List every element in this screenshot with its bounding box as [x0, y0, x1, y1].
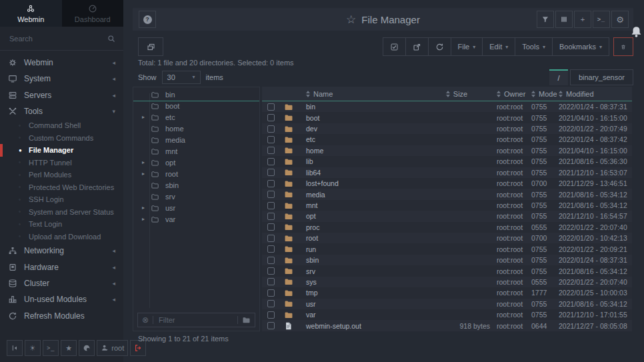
file-row[interactable]: sbin root:root 0755 2022/01/24 - 08:37:3… [262, 255, 632, 265]
sort-icon[interactable] [497, 91, 501, 97]
folder-filter-icon[interactable] [242, 316, 251, 324]
column-header-mode[interactable]: Mode [531, 90, 559, 98]
sidebar-item[interactable]: Webmin ◂ [0, 55, 123, 71]
file-row[interactable]: dev root:root 0755 2022/01/22 - 20:07:49 [262, 123, 632, 134]
menu-bookmarks[interactable]: Bookmarks▾ [552, 37, 609, 56]
file-row[interactable]: home root:root 0755 2021/04/10 - 16:15:0… [262, 145, 632, 156]
file-name[interactable]: etc [306, 135, 423, 143]
sidebar-item[interactable]: Command Shell [0, 119, 123, 132]
sidebar-item[interactable]: Tools ▾ [0, 103, 123, 119]
expand-arrow-icon[interactable]: ▸ [142, 114, 151, 120]
breadcrumb-root[interactable]: / [549, 69, 568, 85]
tree-item[interactable]: ▸ var [133, 213, 259, 225]
file-name[interactable]: opt [306, 212, 423, 220]
file-row[interactable]: opt root:root 0755 2021/12/10 - 16:54:57 [262, 211, 632, 221]
menu-tools[interactable]: Tools▾ [515, 37, 553, 56]
refresh-button[interactable] [428, 37, 451, 56]
column-header-name[interactable]: Name [306, 90, 423, 98]
filter-button[interactable] [537, 11, 554, 28]
sidebar-item[interactable]: Cluster ◂ [0, 275, 123, 291]
file-row[interactable]: sys root:root 0555 2022/01/22 - 20:07:40 [262, 277, 632, 287]
column-header-modified[interactable]: Modified [559, 90, 632, 98]
file-row[interactable]: webmin-setup.out 918 bytes root:root 064… [262, 320, 632, 331]
sidebar-item[interactable]: HTTP Tunnel [0, 157, 123, 169]
row-checkbox[interactable] [267, 213, 275, 220]
file-row[interactable]: lost+found root:root 0700 2021/12/29 - 1… [262, 178, 632, 189]
file-name[interactable]: srv [306, 267, 423, 275]
row-checkbox[interactable] [267, 245, 275, 253]
file-name[interactable]: bin [306, 103, 423, 111]
terminal-button[interactable]: >_ [593, 11, 610, 28]
row-checkbox[interactable] [267, 125, 275, 133]
breadcrumb-path[interactable]: binary_sensor [570, 69, 633, 85]
sidebar-item[interactable]: File Manager [0, 144, 123, 157]
favorites-button[interactable]: ★ [61, 340, 77, 356]
file-row[interactable]: lib64 root:root 0755 2021/12/10 - 16:53:… [262, 167, 632, 178]
sidebar-item[interactable]: Refresh Modules [0, 307, 123, 323]
notifications-bell-icon[interactable] [630, 25, 643, 39]
sidebar-item[interactable]: Hardware ◂ [0, 259, 123, 275]
row-checkbox[interactable] [267, 169, 275, 176]
sidebar-item[interactable]: Protected Web Directories [0, 181, 123, 194]
file-row[interactable]: root root:root 0700 2022/01/20 - 10:42:1… [262, 233, 632, 243]
file-row[interactable]: usr root:root 0755 2021/08/16 - 05:34:12 [262, 299, 632, 309]
sort-icon[interactable] [306, 91, 310, 97]
tree-filter-input[interactable] [157, 315, 233, 325]
tree-item[interactable]: ▸ sbin [133, 179, 259, 191]
file-row[interactable]: lib root:root 0755 2021/08/16 - 05:36:30 [262, 156, 632, 167]
select-all-button[interactable] [383, 37, 406, 56]
file-row[interactable]: var root:root 0755 2021/12/10 - 17:01:55 [262, 309, 632, 320]
menu-edit[interactable]: Edit▾ [482, 37, 515, 56]
file-row[interactable]: mnt root:root 0755 2021/08/16 - 05:34:12 [262, 200, 632, 211]
tree-item[interactable]: ▸ root [133, 168, 259, 179]
row-checkbox[interactable] [267, 300, 275, 307]
file-row[interactable]: media root:root 0755 2021/08/16 - 05:34:… [262, 189, 632, 199]
tree-item[interactable]: ▸ srv [133, 191, 259, 202]
palette-button[interactable] [79, 340, 95, 356]
tab-dashboard[interactable]: Dashboard [62, 0, 124, 27]
row-checkbox[interactable] [267, 147, 275, 154]
file-row[interactable]: srv root:root 0755 2021/08/16 - 05:34:12 [262, 265, 632, 276]
file-name[interactable]: home [306, 147, 423, 155]
tree-item[interactable]: ▸ usr [133, 202, 259, 213]
row-checkbox[interactable] [267, 136, 275, 143]
menu-file[interactable]: File▾ [451, 37, 483, 56]
row-checkbox[interactable] [267, 235, 275, 242]
theme-button[interactable]: ☀ [25, 340, 41, 356]
sidebar-item[interactable]: Networking ◂ [0, 243, 123, 259]
column-header-size[interactable]: Size [423, 90, 497, 98]
export-button[interactable] [405, 37, 429, 56]
sidebar-item[interactable]: Perl Modules [0, 169, 123, 181]
sidebar-item[interactable]: Servers ◂ [0, 87, 123, 103]
file-name[interactable]: lib64 [306, 169, 423, 177]
file-name[interactable]: dev [306, 125, 423, 133]
sort-icon[interactable] [559, 91, 563, 97]
sort-icon[interactable] [531, 91, 535, 97]
delete-button[interactable] [613, 37, 633, 56]
file-name[interactable]: sbin [306, 256, 423, 264]
row-checkbox[interactable] [267, 278, 275, 285]
file-row[interactable]: run root:root 0755 2022/01/22 - 20:09:21 [262, 243, 632, 254]
row-checkbox[interactable] [267, 322, 275, 329]
sort-icon[interactable] [446, 91, 450, 97]
row-checkbox[interactable] [267, 267, 275, 275]
row-checkbox[interactable] [267, 223, 275, 231]
help-button[interactable]: ? [139, 11, 156, 28]
row-checkbox[interactable] [267, 191, 275, 198]
expand-arrow-icon[interactable]: ▸ [142, 171, 151, 177]
file-row[interactable]: tmp root:root 1777 2022/01/25 - 10:00:03 [262, 287, 632, 298]
file-name[interactable]: run [306, 245, 423, 253]
tree-item[interactable]: ▸ media [133, 134, 259, 145]
sidebar-item[interactable]: System and Server Status [0, 206, 123, 219]
row-checkbox[interactable] [267, 103, 275, 111]
sidebar-item[interactable]: Custom Commands [0, 132, 123, 145]
per-page-select[interactable]: 30 ▾ [162, 71, 201, 84]
shell-button[interactable]: >_ [43, 340, 59, 356]
file-row[interactable]: etc root:root 0755 2022/01/24 - 08:37:42 [262, 134, 632, 145]
row-checkbox[interactable] [267, 311, 275, 319]
tree-item[interactable]: ▸ etc [133, 111, 259, 123]
tree-item[interactable]: ▸ bin [133, 89, 259, 100]
row-checkbox[interactable] [267, 202, 275, 209]
file-name[interactable]: media [306, 191, 423, 199]
sidebar-item[interactable]: Un-used Modules ◂ [0, 291, 123, 307]
